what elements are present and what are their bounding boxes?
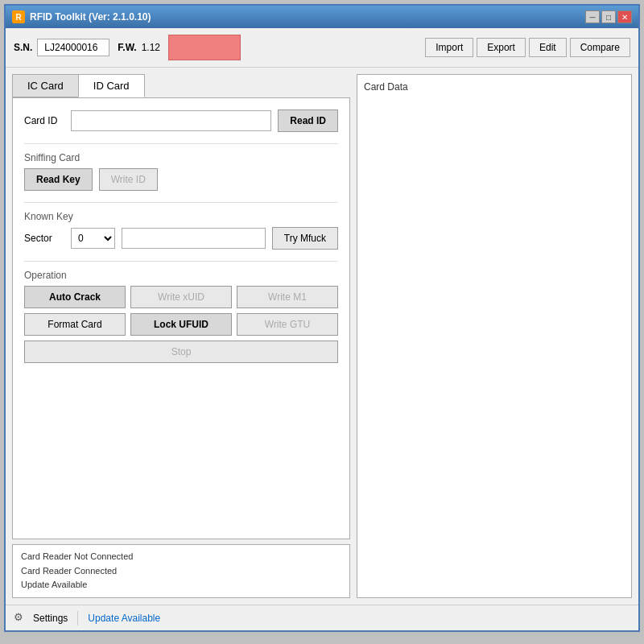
left-panel: IC Card ID Card Card ID Read ID Sniffing… xyxy=(12,74,350,598)
format-card-button[interactable]: Format Card xyxy=(24,313,126,336)
known-key-section: Known Key Sector 0 1 2 3 4 5 Try Mfuck xyxy=(24,211,338,250)
sniffing-label: Sniffing Card xyxy=(24,152,338,163)
settings-label: Settings xyxy=(33,613,68,624)
sn-value: LJ24000016 xyxy=(37,39,109,56)
update-link[interactable]: Update Available xyxy=(88,613,160,624)
tab-id-card[interactable]: ID Card xyxy=(78,74,145,97)
lock-ufuid-button[interactable]: Lock UFUID xyxy=(130,313,232,336)
status-bar: Card Reader Not Connected Card Reader Co… xyxy=(12,544,350,598)
status-line-2: Card Reader Connected xyxy=(21,564,341,579)
read-id-button[interactable]: Read ID xyxy=(278,109,338,132)
divider-2 xyxy=(24,202,338,203)
app-icon: R xyxy=(12,10,25,23)
status-indicator xyxy=(168,35,241,60)
sn-area: S.N. LJ24000016 xyxy=(14,39,109,56)
bottom-bar: ⚙ Settings Update Available xyxy=(6,605,638,630)
card-id-label: Card ID xyxy=(24,115,64,126)
close-button[interactable]: ✕ xyxy=(617,10,632,23)
status-line-3: Update Available xyxy=(21,578,341,592)
write-xuid-button[interactable]: Write xUID xyxy=(130,286,232,308)
write-m1-button[interactable]: Write M1 xyxy=(237,286,338,308)
known-key-label: Known Key xyxy=(24,211,338,222)
write-id-button[interactable]: Write ID xyxy=(99,168,158,191)
right-panel: Card Data xyxy=(357,74,632,598)
sector-row: Sector 0 1 2 3 4 5 Try Mfuck xyxy=(24,227,338,250)
status-line-1: Card Reader Not Connected xyxy=(21,550,341,564)
sector-key-input[interactable] xyxy=(122,228,266,249)
operation-label: Operation xyxy=(24,270,338,281)
sn-label: S.N. xyxy=(14,42,32,53)
card-id-section: Card ID Read ID xyxy=(24,109,338,132)
divider-3 xyxy=(24,261,338,262)
minimize-button[interactable]: ─ xyxy=(585,10,600,23)
fw-value: 1.12 xyxy=(142,42,160,53)
edit-button[interactable]: Edit xyxy=(529,38,567,57)
fw-label: F.W. xyxy=(118,42,136,53)
main-window: R RFID Toolkit (Ver: 2.1.0.10) ─ □ ✕ S.N… xyxy=(4,4,640,632)
card-id-input[interactable] xyxy=(71,110,271,131)
tab-ic-card[interactable]: IC Card xyxy=(12,74,79,97)
toolbar: S.N. LJ24000016 F.W. 1.12 Import Export … xyxy=(6,28,638,68)
toolbar-buttons: Import Export Edit Compare xyxy=(425,38,630,57)
settings-area[interactable]: ⚙ Settings xyxy=(14,611,78,625)
window-title: RFID Toolkit (Ver: 2.1.0.10) xyxy=(30,11,151,23)
card-data-area: Card Data xyxy=(357,74,632,598)
tabs: IC Card ID Card xyxy=(12,74,350,97)
card-data-label: Card Data xyxy=(364,81,625,93)
maximize-button[interactable]: □ xyxy=(601,10,616,23)
fw-area: F.W. 1.12 xyxy=(118,42,160,53)
sniffing-section: Sniffing Card Read Key Write ID xyxy=(24,152,338,191)
sector-label: Sector xyxy=(24,233,64,244)
write-gtu-button[interactable]: Write GTU xyxy=(237,313,338,336)
auto-crack-button[interactable]: Auto Crack xyxy=(24,286,126,308)
title-bar: R RFID Toolkit (Ver: 2.1.0.10) ─ □ ✕ xyxy=(6,6,638,28)
sniffing-row: Read Key Write ID xyxy=(24,168,338,191)
panel-content: Card ID Read ID Sniffing Card Read Key W… xyxy=(12,97,350,539)
operation-grid: Auto Crack Write xUID Write M1 Format Ca… xyxy=(24,286,338,336)
compare-button[interactable]: Compare xyxy=(570,38,630,57)
main-content: IC Card ID Card Card ID Read ID Sniffing… xyxy=(6,68,638,605)
read-key-button[interactable]: Read Key xyxy=(24,168,93,191)
sector-select[interactable]: 0 1 2 3 4 5 xyxy=(71,228,115,249)
operation-section: Operation Auto Crack Write xUID Write M1… xyxy=(24,270,338,363)
title-left: R RFID Toolkit (Ver: 2.1.0.10) xyxy=(12,10,151,23)
export-button[interactable]: Export xyxy=(477,38,526,57)
title-controls: ─ □ ✕ xyxy=(585,10,632,23)
import-button[interactable]: Import xyxy=(425,38,473,57)
divider-1 xyxy=(24,143,338,144)
stop-button[interactable]: Stop xyxy=(24,341,338,363)
settings-icon: ⚙ xyxy=(14,611,28,625)
card-id-row: Card ID Read ID xyxy=(24,109,338,132)
try-mfuck-button[interactable]: Try Mfuck xyxy=(272,227,338,250)
